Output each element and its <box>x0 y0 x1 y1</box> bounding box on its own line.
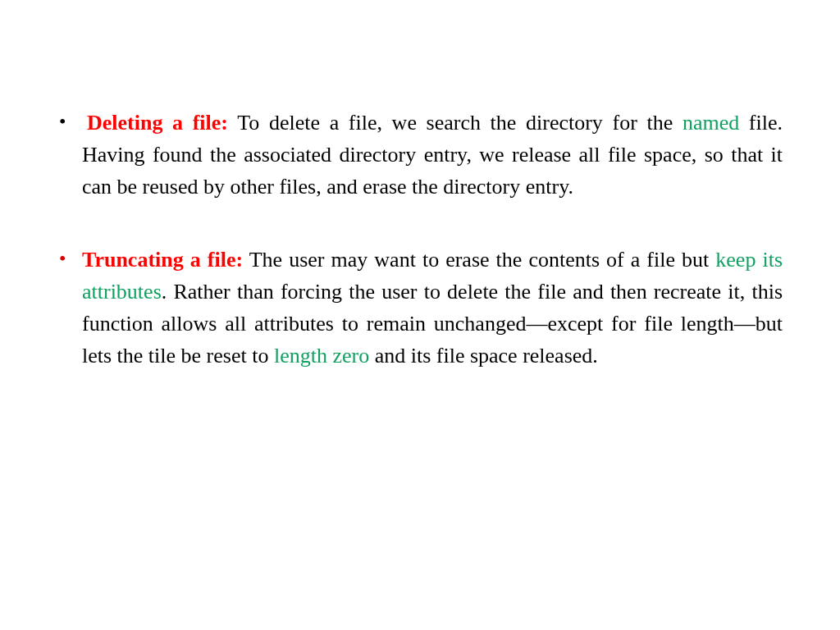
highlight-text: named <box>682 111 739 135</box>
list-item: Deleting a file: To delete a file, we se… <box>57 107 783 203</box>
highlight-text: length zero <box>274 344 369 368</box>
item-heading: Deleting a file: <box>87 111 228 135</box>
item-text: The user may want to erase the contents … <box>243 248 715 272</box>
bullet-list: Deleting a file: To delete a file, we se… <box>57 107 783 372</box>
list-item: Truncating a file: The user may want to … <box>57 244 783 372</box>
item-heading: Truncating a file: <box>82 248 243 272</box>
item-text: and its file space released. <box>369 344 598 368</box>
item-text: To delete a file, we search the director… <box>228 111 682 135</box>
